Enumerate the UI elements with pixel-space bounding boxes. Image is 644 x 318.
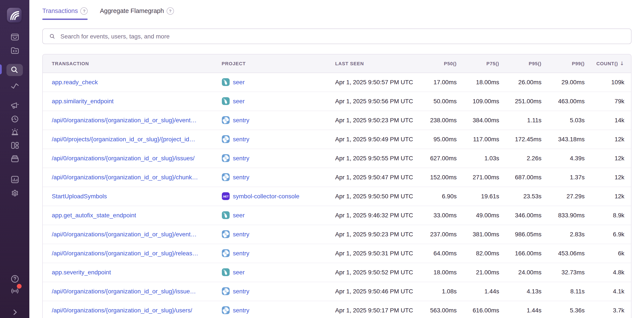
transaction-link[interactable]: /api/0/organizations/{organization_id_or… xyxy=(52,231,196,238)
project-link[interactable]: sentry xyxy=(233,288,249,295)
last-seen-value: Apr 1, 2025 9:50:49 PM UTC xyxy=(335,136,413,143)
releases-icon[interactable] xyxy=(9,153,20,164)
settings-gear-icon[interactable] xyxy=(9,187,20,199)
feedback-megaphone-icon[interactable] xyxy=(9,99,20,111)
traces-icon[interactable] xyxy=(9,80,20,91)
p75-value: 21.00ms xyxy=(457,269,499,276)
project-link[interactable]: sentry xyxy=(233,250,249,257)
p50-value: 18.00ms xyxy=(413,269,457,276)
transaction-link[interactable]: /api/0/organizations/{organization_id_or… xyxy=(52,174,198,181)
search-input[interactable] xyxy=(60,32,626,40)
tab-transactions-label: Transactions xyxy=(42,7,78,14)
count-value: 6.9k xyxy=(585,231,631,238)
transaction-link[interactable]: /api/0/organizations/{organization_id_or… xyxy=(52,307,192,314)
transaction-link[interactable]: /api/0/organizations/{organization_id_or… xyxy=(52,250,198,257)
last-seen-value: Apr 1, 2025 9:50:52 PM UTC xyxy=(335,269,413,276)
project-link[interactable]: sentry xyxy=(233,136,249,143)
seer-project-icon xyxy=(222,78,230,86)
tab-aggregate-flamegraph[interactable]: Aggregate Flamegraph ? xyxy=(100,0,174,22)
python-project-icon xyxy=(222,230,230,238)
count-value: 4.8k xyxy=(585,269,631,276)
search-bar[interactable] xyxy=(42,28,631,44)
tab-aggregate-flamegraph-help-icon[interactable]: ? xyxy=(166,7,174,15)
p50-value: 237.00ms xyxy=(413,231,457,238)
p95-value: 24.00ms xyxy=(499,269,542,276)
project-link[interactable]: sentry xyxy=(233,307,249,314)
column-header-last-seen[interactable]: LAST SEEN xyxy=(335,61,413,66)
project-link[interactable]: seer xyxy=(233,79,244,86)
project-link[interactable]: seer xyxy=(233,212,244,219)
alerts-siren-icon[interactable] xyxy=(9,127,20,138)
last-seen-value: Apr 1, 2025 9:50:56 PM UTC xyxy=(335,98,413,105)
column-header-p75[interactable]: P75() xyxy=(457,61,499,66)
count-value: 12k xyxy=(585,174,631,181)
p50-value: 627.00ms xyxy=(413,155,457,162)
sentry-logo-icon[interactable] xyxy=(7,8,22,23)
project-link[interactable]: sentry xyxy=(233,117,249,124)
column-header-p50[interactable]: P50() xyxy=(413,61,457,66)
last-seen-value: Apr 1, 2025 9:50:23 PM UTC xyxy=(335,231,413,238)
count-value: 14k xyxy=(585,117,631,124)
p75-value: 19.61s xyxy=(457,193,499,200)
column-header-p95[interactable]: P95() xyxy=(499,61,542,66)
p75-value: 381.00ms xyxy=(457,231,499,238)
dashboards-icon[interactable] xyxy=(9,140,20,151)
project-link[interactable]: sentry xyxy=(233,155,249,162)
project-link[interactable]: seer xyxy=(233,98,244,105)
p75-value: 49.00ms xyxy=(457,212,499,219)
column-header-count[interactable]: COUNT()↓ xyxy=(585,61,631,67)
p99-value: 463.00ms xyxy=(542,98,585,105)
explore-icon[interactable] xyxy=(9,45,20,56)
table-header: TRANSACTION PROJECT LAST SEEN P50() P75(… xyxy=(43,55,631,73)
p50-value: 50.00ms xyxy=(413,98,457,105)
count-value: 4.1k xyxy=(585,288,631,295)
p95-value: 4.13s xyxy=(499,288,542,295)
count-value: 3.7k xyxy=(585,307,631,314)
transaction-link[interactable]: app.ready_check xyxy=(52,79,98,86)
transaction-link[interactable]: /api/0/projects/{organization_id_or_slug… xyxy=(52,136,195,143)
transaction-link[interactable]: app.get_autofix_state_endpoint xyxy=(52,212,136,219)
stats-icon[interactable] xyxy=(9,174,20,185)
search-icon[interactable] xyxy=(6,64,23,76)
transaction-link[interactable]: /api/0/organizations/{organization_id_or… xyxy=(52,117,196,124)
table-row: /api/0/organizations/{organization_id_or… xyxy=(43,224,631,243)
transaction-link[interactable]: /api/0/organizations/{organization_id_or… xyxy=(52,288,196,295)
table-row: app.similarity_endpointseerApr 1, 2025 9… xyxy=(43,91,631,110)
p75-value: 271.00ms xyxy=(457,174,499,181)
column-header-transaction[interactable]: TRANSACTION xyxy=(43,61,222,66)
sort-desc-icon: ↓ xyxy=(620,61,624,67)
transaction-link[interactable]: StartUploadSymbols xyxy=(52,193,107,200)
seer-project-icon xyxy=(222,97,230,105)
project-link[interactable]: sentry xyxy=(233,174,249,181)
column-header-project[interactable]: PROJECT xyxy=(222,61,335,66)
project-link[interactable]: seer xyxy=(233,269,244,276)
python-project-icon xyxy=(222,116,230,124)
p75-value: 1.44s xyxy=(457,288,499,295)
last-seen-value: Apr 1, 2025 9:50:47 PM UTC xyxy=(335,174,413,181)
table-row: /api/0/organizations/{organization_id_or… xyxy=(43,300,631,318)
p50-value: 33.00ms xyxy=(413,212,457,219)
python-project-icon xyxy=(222,249,230,257)
p99-value: 27.29s xyxy=(542,193,585,200)
p99-value: 4.39s xyxy=(542,155,585,162)
project-link[interactable]: symbol-collector-console xyxy=(233,193,299,200)
transaction-link[interactable]: app.severity_endpoint xyxy=(52,269,111,276)
last-seen-value: Apr 1, 2025 9:50:31 PM UTC xyxy=(335,250,413,257)
transaction-link[interactable]: /api/0/organizations/{organization_id_or… xyxy=(52,155,195,162)
issues-icon[interactable] xyxy=(9,31,20,42)
project-link[interactable]: sentry xyxy=(233,231,249,238)
last-seen-value: Apr 1, 2025 9:50:55 PM UTC xyxy=(335,155,413,162)
transaction-link[interactable]: app.similarity_endpoint xyxy=(52,98,114,105)
column-header-p99[interactable]: P99() xyxy=(542,61,585,66)
collapse-sidebar-chevron-icon[interactable] xyxy=(9,306,20,317)
tab-transactions-help-icon[interactable]: ? xyxy=(80,7,88,15)
p50-value: 95.00ms xyxy=(413,136,457,143)
last-seen-value: Apr 1, 2025 9:50:46 PM UTC xyxy=(335,288,413,295)
count-value: 79k xyxy=(585,98,631,105)
replays-icon[interactable] xyxy=(9,113,20,124)
count-value: 12k xyxy=(585,155,631,162)
sidebar xyxy=(0,0,29,318)
tab-transactions[interactable]: Transactions ? xyxy=(42,0,88,22)
p99-value: 453.06ms xyxy=(542,250,585,257)
help-icon[interactable] xyxy=(9,273,20,284)
